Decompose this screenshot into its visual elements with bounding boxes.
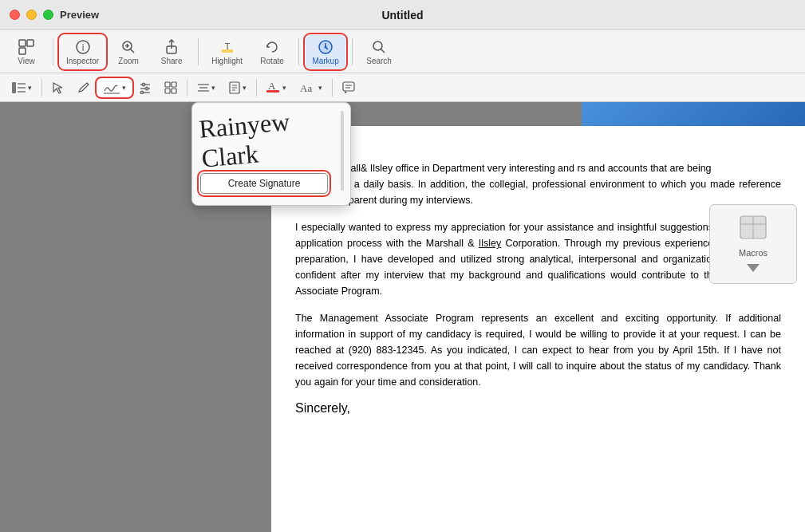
toolbar-view[interactable]: View — [6, 35, 46, 69]
minimize-button[interactable] — [26, 10, 37, 20]
signature-btn[interactable]: ▾ — [97, 79, 132, 97]
macros-label: Macros — [739, 248, 768, 258]
svg-point-26 — [145, 87, 148, 90]
close-button[interactable] — [10, 10, 20, 20]
svg-text:i: i — [81, 42, 84, 53]
svg-rect-31 — [165, 89, 170, 93]
toolbar-share-label: Share — [161, 57, 183, 65]
doc-para-cut: at the Marshall& Ilsley office in Depart… — [295, 160, 781, 208]
notes-btn[interactable] — [337, 79, 362, 97]
toolbar-inspector-label: Inspector — [66, 57, 99, 65]
align-caret: ▾ — [211, 84, 215, 92]
svg-point-14 — [325, 45, 327, 48]
toolbar-inspector[interactable]: i Inspector — [60, 35, 105, 69]
sep1 — [53, 38, 53, 65]
para-cut-start: at the Marshall& Ilsley office in Depart… — [295, 163, 712, 174]
main-area: Macros U LETTER at the Marshall& Ilsley … — [0, 102, 805, 532]
toolbar-highlight[interactable]: T Highlight — [205, 35, 249, 69]
annotate-btn[interactable] — [72, 79, 96, 97]
zoom-icon — [120, 38, 137, 56]
toolbar-markup[interactable]: Markup — [306, 35, 345, 69]
document-white: U LETTER at the Marshall& Ilsley office … — [271, 126, 805, 532]
toolbar-search[interactable]: Search — [359, 35, 399, 69]
tb2-sep4 — [332, 79, 333, 97]
svg-rect-0 — [19, 40, 26, 46]
sig-scrollbar[interactable] — [341, 111, 344, 191]
toolbar-share[interactable]: Share — [152, 35, 191, 69]
tb2-sep3 — [256, 79, 257, 97]
svg-point-28 — [140, 91, 144, 94]
svg-rect-41 — [266, 90, 279, 93]
toolbar-markup-label: Markup — [312, 57, 338, 65]
app-name: Preview — [60, 9, 99, 21]
adjust-btn[interactable] — [133, 79, 157, 97]
window-title: Untitled — [381, 9, 423, 22]
sidebar-caret: ▾ — [28, 84, 32, 92]
svg-rect-43 — [343, 82, 354, 91]
macros-icon — [737, 213, 769, 245]
view-icon — [18, 38, 35, 56]
search-icon — [370, 38, 388, 56]
signature-caret: ▾ — [122, 84, 126, 92]
svg-line-16 — [381, 49, 385, 53]
select-btn[interactable] — [46, 79, 70, 97]
inspector-icon: i — [74, 38, 92, 56]
ilsley-link[interactable]: Ilsley — [479, 238, 501, 249]
macros-arrow — [747, 261, 760, 275]
svg-text:A: A — [268, 80, 276, 92]
macros-panel: Macros — [709, 204, 797, 284]
font-caret: ▾ — [318, 84, 322, 92]
sep4 — [352, 38, 353, 65]
sep2 — [198, 38, 199, 65]
color-btn[interactable]: A ▾ — [261, 77, 292, 98]
page-layout-caret: ▾ — [243, 84, 247, 92]
svg-rect-30 — [172, 82, 176, 87]
rotate-icon — [263, 38, 281, 56]
toolbar-view-label: View — [18, 57, 35, 65]
markup-icon — [317, 38, 334, 56]
tb2-sep2 — [187, 79, 187, 97]
doc-para-3-text: The Management Associate Program represe… — [295, 313, 781, 388]
create-signature-button[interactable]: Create Signature — [200, 173, 328, 194]
svg-rect-1 — [27, 40, 34, 46]
svg-point-15 — [373, 41, 382, 50]
title-center: Untitled — [381, 9, 423, 22]
maximize-button[interactable] — [43, 10, 53, 20]
sep3 — [298, 38, 299, 65]
signature-cursive-text: Rainyew Clark — [198, 104, 326, 173]
toolbar-rotate-label: Rotate — [260, 57, 283, 65]
layout-btn[interactable] — [159, 79, 183, 97]
tb2-sep1 — [41, 79, 42, 97]
document-area: Macros U LETTER at the Marshall& Ilsley … — [0, 102, 805, 532]
toolbar-search-label: Search — [366, 57, 392, 65]
page-layout-btn[interactable]: ▾ — [223, 79, 252, 97]
toolbar-zoom[interactable]: Zoom — [109, 35, 148, 69]
para-cut-cont: reviewed on a daily basis. In addition, … — [295, 179, 781, 206]
toolbar-highlight-label: Highlight — [211, 57, 243, 65]
doc-para-3: The Management Associate Program represe… — [295, 310, 781, 390]
svg-point-24 — [142, 83, 145, 86]
svg-rect-2 — [19, 48, 26, 54]
align-btn[interactable]: ▾ — [191, 81, 221, 95]
signature-dropdown: Rainyew Clark Create Signature — [191, 102, 351, 206]
sidebar-toggle-btn[interactable]: ▾ — [6, 80, 37, 96]
main-toolbar: View i Inspector Zoom Share — [0, 30, 805, 73]
svg-marker-50 — [747, 264, 760, 272]
highlight-icon: T — [219, 38, 236, 56]
svg-rect-29 — [165, 82, 170, 87]
font-btn[interactable]: Aa ▾ — [294, 79, 328, 97]
color-caret: ▾ — [282, 84, 286, 92]
svg-rect-17 — [12, 82, 16, 93]
svg-text:Aa: Aa — [300, 82, 312, 94]
sig-image-area: Rainyew Clark — [200, 111, 324, 167]
toolbar-rotate[interactable]: Rotate — [252, 35, 292, 69]
svg-text:T: T — [224, 41, 230, 51]
closing: Sincerely, — [295, 401, 781, 416]
doc-para-2: I especially wanted to express my apprec… — [295, 219, 781, 299]
traffic-lights — [10, 10, 53, 20]
share-icon — [163, 38, 180, 56]
svg-rect-32 — [172, 89, 176, 93]
svg-line-6 — [131, 49, 135, 53]
svg-marker-21 — [53, 83, 62, 93]
title-bar: Preview Untitled — [0, 0, 805, 30]
